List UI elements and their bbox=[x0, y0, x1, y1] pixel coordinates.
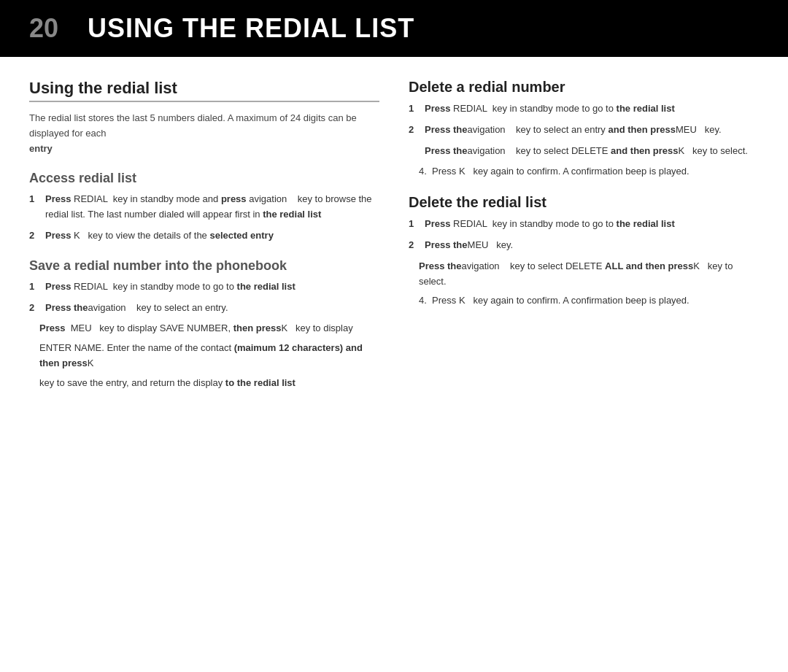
dn-step-3-content: Press theavigation key to select DELETE … bbox=[425, 144, 759, 159]
dn-step-2-content: Press theavigation key to select an entr… bbox=[425, 123, 759, 138]
access-step-1-content: Press REDIAL key in standby mode and pre… bbox=[45, 192, 379, 223]
save-sub-step-3: key to save the entry, and return the di… bbox=[39, 376, 379, 391]
save-step-num-1: 1 bbox=[29, 279, 39, 295]
page-header: 20 USING THE REDIAL LIST bbox=[0, 0, 788, 57]
save-step-1: 1 Press REDIAL key in standby mode to go… bbox=[29, 279, 379, 295]
save-sub-step-2: ENTER NAME. Enter the name of the contac… bbox=[39, 341, 379, 371]
dl-step-2: 2 Press theMEU key. bbox=[409, 238, 759, 253]
content-area: Using the redial list The redial list st… bbox=[0, 57, 788, 417]
intro-paragraph: The redial list stores the last 5 number… bbox=[29, 111, 379, 156]
access-section-title: Access redial list bbox=[29, 171, 379, 186]
save-step-num-2: 2 bbox=[29, 301, 39, 316]
dn-step-num-2: 2 bbox=[409, 123, 419, 138]
dn-step-4: 4. Press K key again to confirm. A confi… bbox=[419, 164, 759, 179]
dl-step-2-content: Press theMEU key. bbox=[425, 238, 759, 253]
delete-list-title: Delete the redial list bbox=[409, 194, 759, 211]
delete-number-steps-list: 1 Press REDIAL key in standby mode to go… bbox=[409, 101, 759, 158]
dn-step-num-1: 1 bbox=[409, 101, 419, 117]
delete-number-title: Delete a redial number bbox=[409, 79, 759, 96]
step-num-1: 1 bbox=[29, 192, 39, 223]
dl-step-num-2: 2 bbox=[409, 238, 419, 253]
access-step-2-content: Press K key to view the details of the s… bbox=[45, 228, 379, 244]
dn-step-2: 2 Press theavigation key to select an en… bbox=[409, 123, 759, 138]
access-steps-list: 1 Press REDIAL key in standby mode and p… bbox=[29, 192, 379, 243]
left-column: Using the redial list The redial list st… bbox=[29, 79, 379, 395]
save-step-1-content: Press REDIAL key in standby mode to go t… bbox=[45, 279, 379, 295]
delete-list-steps-list: 1 Press REDIAL key in standby mode to go… bbox=[409, 217, 759, 253]
save-step-2-content: Press theavigation key to select an entr… bbox=[45, 301, 379, 316]
dn-step-1: 1 Press REDIAL key in standby mode to go… bbox=[409, 101, 759, 117]
access-step-2: 2 Press K key to view the details of the… bbox=[29, 228, 379, 244]
access-step-1: 1 Press REDIAL key in standby mode and p… bbox=[29, 192, 379, 223]
save-steps-list: 1 Press REDIAL key in standby mode to go… bbox=[29, 279, 379, 316]
main-section-title: Using the redial list bbox=[29, 79, 379, 102]
save-section-title: Save a redial number into the phonebook bbox=[29, 258, 379, 274]
dn-step-3: Press theavigation key to select DELETE … bbox=[409, 144, 759, 159]
right-column: Delete a redial number 1 Press REDIAL ke… bbox=[409, 79, 759, 395]
save-sub-step-1: Press MEU key to display SAVE NUMBER, th… bbox=[39, 321, 379, 336]
chapter-title: USING THE REDIAL LIST bbox=[88, 13, 414, 44]
intro-text: The redial list stores the last 5 number… bbox=[29, 112, 357, 139]
dn-step-1-content: Press REDIAL key in standby mode to go t… bbox=[425, 101, 759, 117]
dl-step-num-1: 1 bbox=[409, 217, 419, 232]
dl-sub-step: Press theavigation key to select DELETE … bbox=[419, 259, 759, 290]
dl-step-1-content: Press REDIAL key in standby mode to go t… bbox=[425, 217, 759, 232]
chapter-number: 20 bbox=[29, 13, 73, 44]
dn-step-num-3 bbox=[409, 144, 419, 159]
dl-step-1: 1 Press REDIAL key in standby mode to go… bbox=[409, 217, 759, 232]
intro-bold: entry bbox=[29, 143, 53, 154]
step-num-2: 2 bbox=[29, 228, 39, 244]
dl-step-4: 4. Press K key again to confirm. A confi… bbox=[419, 293, 759, 309]
save-step-2: 2 Press theavigation key to select an en… bbox=[29, 301, 379, 316]
